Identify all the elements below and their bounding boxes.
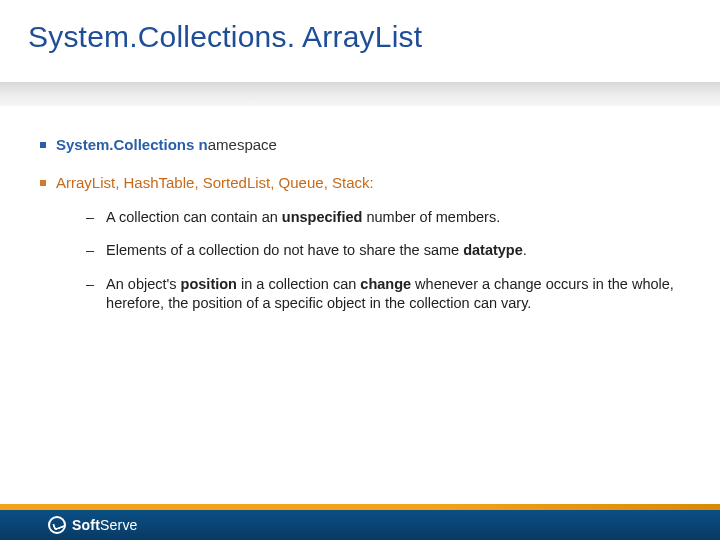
text-frag: number of members. <box>362 209 500 225</box>
text-bold: datatype <box>463 242 523 258</box>
dash-icon: – <box>86 241 94 261</box>
text-bold: position <box>181 276 237 292</box>
bullet-1-text: System.Collections namespace <box>56 135 277 155</box>
content-area: System.Collections namespace ArrayList, … <box>40 135 690 328</box>
divider-band <box>0 82 720 106</box>
slide-title: System.Collections. ArrayList <box>28 20 422 54</box>
square-bullet-icon <box>40 180 46 186</box>
brand-part-b: Serve <box>100 517 138 533</box>
bullet-item-2: ArrayList, HashTable, SortedList, Queue,… <box>40 173 690 193</box>
dash-item-3: – An object's position in a collection c… <box>86 275 690 314</box>
text-frag: in a collection can <box>237 276 360 292</box>
text-frag: An object's <box>106 276 181 292</box>
brand-part-a: Soft <box>72 517 100 533</box>
text-frag: A collection can contain an <box>106 209 282 225</box>
footer: SoftServe <box>0 504 720 540</box>
slide: System.Collections. ArrayList System.Col… <box>0 0 720 540</box>
softserve-logo-icon <box>48 516 66 534</box>
text-frag: Elements of a collection do not have to … <box>106 242 463 258</box>
footer-bar: SoftServe <box>0 510 720 540</box>
dash-item-1: – A collection can contain an unspecifie… <box>86 208 690 228</box>
dash-3-text: An object's position in a collection can… <box>106 275 690 314</box>
bullet-2-text: ArrayList, HashTable, SortedList, Queue,… <box>56 173 374 193</box>
text-bold: unspecified <box>282 209 363 225</box>
dash-icon: – <box>86 208 94 228</box>
bullet-item-1: System.Collections namespace <box>40 135 690 155</box>
bullet-1-strong: System.Collections n <box>56 136 208 153</box>
dash-list: – A collection can contain an unspecifie… <box>86 208 690 314</box>
dash-icon: – <box>86 275 94 295</box>
footer-brand: SoftServe <box>72 517 138 533</box>
text-frag: . <box>523 242 527 258</box>
bullet-1-rest: amespace <box>208 136 277 153</box>
dash-2-text: Elements of a collection do not have to … <box>106 241 527 261</box>
square-bullet-icon <box>40 142 46 148</box>
text-bold: change <box>360 276 411 292</box>
dash-item-2: – Elements of a collection do not have t… <box>86 241 690 261</box>
dash-1-text: A collection can contain an unspecified … <box>106 208 500 228</box>
